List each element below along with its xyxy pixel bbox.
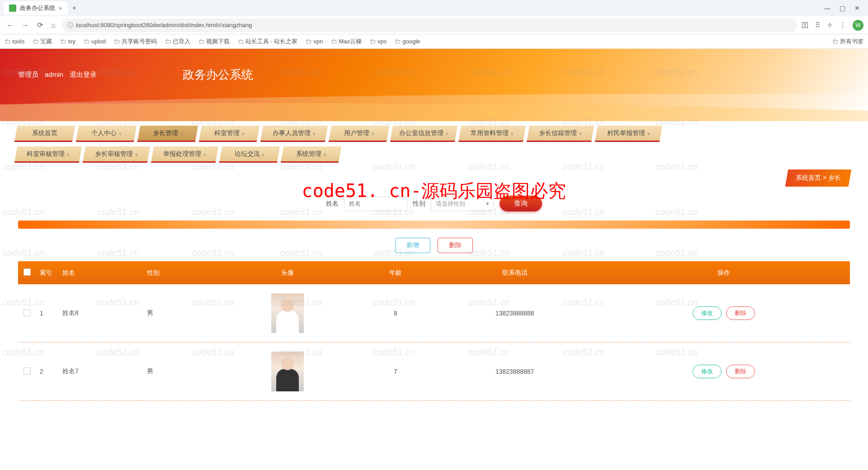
key-icon[interactable]: ⚿ xyxy=(802,21,809,29)
bookmark-item[interactable]: 🗀vpn xyxy=(306,38,323,46)
close-icon[interactable]: × xyxy=(59,5,62,12)
cell-index: 2 xyxy=(36,343,59,401)
cell-index: 1 xyxy=(36,284,59,343)
table-row: 2姓名7男713823888887修改删除 xyxy=(18,343,850,401)
col-age: 年龄 xyxy=(359,261,431,284)
delete-button[interactable]: 删除 xyxy=(438,238,473,253)
add-button[interactable]: 新增 xyxy=(395,238,430,253)
new-tab-button[interactable]: + xyxy=(72,4,76,12)
row-checkbox[interactable] xyxy=(24,367,31,375)
nav-tab[interactable]: 系统管理∨ xyxy=(281,146,341,163)
chevron-down-icon: ∨ xyxy=(312,131,316,136)
all-bookmarks[interactable]: 🗀所有书签 xyxy=(832,38,863,46)
bookmark-item[interactable]: 🗀宝藏 xyxy=(33,38,52,46)
query-button[interactable]: 查询 xyxy=(500,196,542,212)
chevron-down-icon: ∨ xyxy=(510,131,514,136)
col-index: 索引 xyxy=(36,261,59,284)
menu-icon[interactable]: ⋮ xyxy=(839,21,846,29)
col-name: 姓名 xyxy=(59,261,143,284)
bookmark-item[interactable]: 🗀Max云梯 xyxy=(331,38,362,46)
breadcrumb: 系统首页 > 乡长 xyxy=(785,169,852,187)
row-delete-button[interactable]: 删除 xyxy=(726,365,755,378)
name-input[interactable] xyxy=(344,197,407,211)
nav-tab[interactable]: 乡长信箱管理∨ xyxy=(527,126,594,142)
minimize-icon[interactable]: — xyxy=(824,5,830,12)
search-bar: 姓名 性别 请选择性别 ▾ 查询 xyxy=(0,191,868,216)
col-phone: 联系电话 xyxy=(432,261,598,284)
chevron-down-icon: ∨ xyxy=(262,151,265,156)
role-label: 管理员 xyxy=(18,70,38,79)
tab-favicon xyxy=(9,5,16,12)
forward-icon[interactable]: → xyxy=(20,21,31,29)
address-bar: ← → ⟳ ⌂ ⓘ localhost:8080/springboot260dw… xyxy=(0,16,868,34)
chevron-down-icon: ∨ xyxy=(647,131,650,136)
bookmark-item[interactable]: 🗀uplod xyxy=(84,38,106,46)
url-input[interactable]: ⓘ localhost:8080/springboot260dw/admin/d… xyxy=(62,19,797,32)
cell-gender: 男 xyxy=(143,343,215,401)
bookmark-item[interactable]: 🗀已导入 xyxy=(165,38,190,46)
bookmark-item[interactable]: 🗀txy xyxy=(60,38,75,46)
divider-bar xyxy=(18,221,850,229)
action-buttons: 新增 删除 xyxy=(0,233,868,261)
nav-tab[interactable]: 系统首页 xyxy=(14,126,75,142)
select-all-checkbox[interactable] xyxy=(24,268,31,276)
nav-tab[interactable]: 乡长审核管理∨ xyxy=(83,146,150,163)
col-gender: 性别 xyxy=(143,261,215,284)
nav-tab[interactable]: 办公室信息管理∨ xyxy=(390,126,458,142)
extensions-icon[interactable]: ✧ xyxy=(827,21,833,29)
reload-icon[interactable]: ⟳ xyxy=(35,21,45,29)
chevron-down-icon: ∨ xyxy=(203,151,206,156)
gender-select[interactable]: 请选择性别 ▾ xyxy=(431,197,494,211)
row-delete-button[interactable]: 删除 xyxy=(726,306,755,320)
home-icon[interactable]: ⌂ xyxy=(49,21,57,29)
chevron-down-icon: ∨ xyxy=(66,151,70,156)
nav-tab[interactable]: 乡长管理∨ xyxy=(137,126,198,142)
cell-name: 姓名7 xyxy=(59,343,143,401)
nav-tab[interactable]: 常用资料管理∨ xyxy=(458,126,526,142)
chevron-down-icon: ∨ xyxy=(241,131,245,136)
bookmark-item[interactable]: 🗀站长工具 - 站长之家 xyxy=(238,38,298,46)
avatar-image xyxy=(271,352,304,391)
nav-tab[interactable]: 个人中心∨ xyxy=(76,126,137,142)
edit-button[interactable]: 修改 xyxy=(693,365,722,378)
nav-tab[interactable]: 论坛交流∨ xyxy=(219,146,280,163)
nav-tab[interactable]: 科室审核管理∨ xyxy=(14,146,82,163)
maximize-icon[interactable]: ▢ xyxy=(840,5,845,12)
site-info-icon: ⓘ xyxy=(67,21,73,29)
chevron-down-icon: ∨ xyxy=(135,151,138,156)
bookmark-item[interactable]: 🗀google xyxy=(395,38,420,46)
cell-age: 7 xyxy=(359,343,431,401)
breadcrumb-home[interactable]: 系统首页 xyxy=(796,174,821,181)
bookmark-item[interactable]: 🗀tools xyxy=(5,38,24,46)
url-text: localhost:8080/springboot260dw/admin/dis… xyxy=(76,22,252,28)
nav-tab[interactable]: 办事人员管理∨ xyxy=(260,126,328,142)
header-banner: 管理员 admin 退出登录 政务办公系统 xyxy=(0,49,868,121)
main-nav: 系统首页个人中心∨乡长管理∨科室管理∨办事人员管理∨用户管理∨办公室信息管理∨常… xyxy=(0,121,868,169)
bookmark-item[interactable]: 🗀视频下载 xyxy=(198,38,230,46)
browser-tab[interactable]: 政务办公系统 × xyxy=(4,1,68,15)
nav-tab[interactable]: 村民举报管理∨ xyxy=(595,126,662,142)
cell-phone: 13823888888 xyxy=(432,284,598,343)
chevron-down-icon: ▾ xyxy=(486,200,489,207)
cell-phone: 13823888887 xyxy=(432,343,598,401)
data-table: 索引 姓名 性别 头像 年龄 联系电话 操作 1姓名8男813823888888… xyxy=(18,261,850,401)
nav-tab[interactable]: 举报处理管理∨ xyxy=(151,146,218,163)
bookmarks-bar: 🗀tools🗀宝藏🗀txy🗀uplod🗀共享账号密码🗀已导入🗀视频下载🗀站长工具… xyxy=(0,34,868,49)
profile-avatar[interactable]: W xyxy=(853,20,863,31)
cell-gender: 男 xyxy=(143,284,215,343)
nav-tab[interactable]: 用户管理∨ xyxy=(329,126,389,142)
browser-tab-strip: 政务办公系统 × + — ▢ ✕ xyxy=(0,0,868,16)
avatar-image xyxy=(271,293,304,333)
system-title: 政务办公系统 xyxy=(183,67,253,83)
bookmark-item[interactable]: 🗀共享账号密码 xyxy=(114,38,157,46)
chevron-down-icon: ∨ xyxy=(579,131,582,136)
chevron-down-icon: ∨ xyxy=(323,151,326,156)
edit-button[interactable]: 修改 xyxy=(693,306,722,320)
logout-link[interactable]: 退出登录 xyxy=(70,70,97,79)
row-checkbox[interactable] xyxy=(24,309,31,316)
back-icon[interactable]: ← xyxy=(5,21,15,29)
bookmark-item[interactable]: 🗀vps xyxy=(370,38,387,46)
translate-icon[interactable]: ⠿ xyxy=(815,21,821,29)
close-window-icon[interactable]: ✕ xyxy=(854,5,860,12)
nav-tab[interactable]: 科室管理∨ xyxy=(199,126,259,142)
